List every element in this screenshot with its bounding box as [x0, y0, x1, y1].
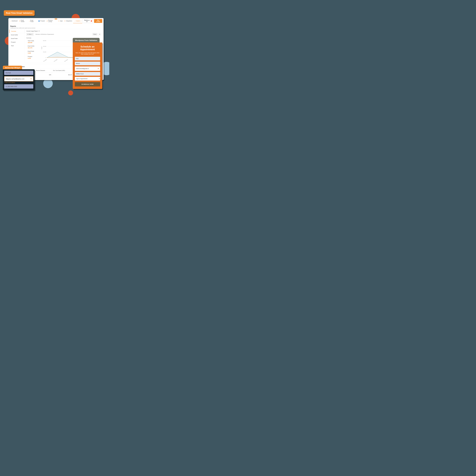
svg-text:40,000: 40,000: [43, 46, 46, 47]
last-name-input[interactable]: [75, 62, 100, 65]
nav-label: Email Finder: [30, 20, 36, 22]
chevron-down-icon: ▾: [32, 34, 33, 35]
nav-label: Dashboard: [12, 20, 17, 22]
wp-heading: Schedule anAppointment: [75, 45, 100, 51]
nav-label: Apps: [60, 20, 63, 22]
phone-input[interactable]: [4, 84, 33, 88]
members-chip[interactable]: Members: All Members (Organization): [34, 33, 55, 35]
svg-text:60,000: 60,000: [43, 40, 46, 41]
nav-prospect[interactable]: 👤Prospect: [37, 20, 46, 22]
metric-value: 101.47K: [28, 47, 41, 49]
svg-text:Jan 2023: Jan 2023: [43, 59, 47, 62]
invalid-x-icon[interactable]: ✕: [30, 78, 32, 80]
js-widget-card: billgates.rachael@yahoo.com✕ Invalid ema…: [3, 69, 35, 90]
dots-icon: ⋮: [74, 20, 75, 22]
user-icon: 👤: [38, 20, 40, 22]
nav-email-verifier[interactable]: ✉Email Verifier: [18, 19, 28, 23]
side-tab-team[interactable]: Team: [9, 44, 25, 48]
metric-value: 3.64K: [28, 52, 41, 54]
nav-label: Prospect: [40, 20, 45, 22]
side-tab-email-verifier[interactable]: Email Verifier: [9, 33, 25, 37]
svg-text:Mar 2023: Mar 2023: [64, 59, 68, 62]
sort-icon: ↑↓: [45, 70, 46, 71]
page-subtitle: Understand how credits were spent across…: [10, 27, 102, 29]
wp-subtext: Here, let visitors know what will happen…: [75, 52, 100, 55]
decorative-circle: [68, 90, 73, 95]
svg-text:0: 0: [46, 57, 46, 58]
wp-email-input[interactable]: nidamohsin8@gmail.co✕: [75, 67, 100, 71]
chart-yaxis-label: Count: [41, 47, 42, 49]
wp-widget-tag: Wordpress Form Validation: [73, 38, 100, 43]
col-bounce-detected[interactable]: Bounce Detected ↑↓: [35, 69, 52, 72]
search-icon: ⌕: [29, 20, 30, 22]
nav-dashboard[interactable]: ⌂Dashboard: [10, 20, 18, 22]
metric-total-credits: Total Credits108.48K: [28, 40, 41, 43]
email-value: billgates.rachael@yahoo.com: [6, 78, 24, 80]
refresh-button[interactable]: ⟳: [98, 33, 101, 36]
nav-label: Analytics: [76, 20, 80, 22]
metric-name: Email Finder: [28, 51, 41, 52]
nav-reverse-lookup[interactable]: ⇄Reverse LookupBeta: [46, 19, 57, 23]
nav-label: Integrations: [66, 20, 72, 22]
nav-label: Reverse Lookup: [48, 20, 56, 22]
name-input[interactable]: [4, 71, 33, 75]
appointment-type-select[interactable]: Type of Appointment: [75, 77, 100, 81]
hero-tag: Real-Time Email Validation: [4, 10, 35, 16]
metric-prospect: Prospect3.37K: [28, 56, 41, 59]
nav-apps[interactable]: <>Apps: [57, 20, 64, 22]
metric-name: Total Credits: [28, 40, 41, 41]
col-cost-saved[interactable]: Est. Cost Saved (USD)↑↓: [52, 69, 73, 72]
swap-icon: ⇄: [47, 20, 48, 22]
review-label: Review us on: [84, 20, 90, 22]
summary-metrics: Total Credits108.48K Email Verifier101.4…: [26, 40, 42, 62]
reset-button[interactable]: Reset: [92, 33, 97, 35]
wp-email-value: nidamohsin8@gmail.co: [76, 68, 89, 69]
panel-title: Overall Usage Report?: [26, 30, 101, 32]
page-title: Reports: [10, 25, 102, 27]
help-icon[interactable]: ?: [38, 30, 40, 32]
svg-text:20,000: 20,000: [43, 51, 46, 52]
refresh-icon: ⟳: [99, 34, 100, 35]
mail-icon: ✉: [19, 20, 20, 22]
top-nav: ⌂Dashboard ✉Email Verifier ⌕Email Finder…: [8, 18, 103, 24]
first-name-input[interactable]: [75, 57, 100, 60]
review-button[interactable]: Review us onG: [83, 19, 93, 23]
buy-credits-button[interactable]: Buy Credits: [94, 19, 102, 23]
beta-badge: Beta: [55, 18, 57, 19]
metric-email-verifier: Email Verifier101.47K: [28, 45, 41, 49]
wp-form-card: Schedule anAppointment Here, let visitor…: [73, 42, 102, 89]
reports-side-tabs: Overview Email Verifier Email Finder Pro…: [9, 29, 25, 64]
panel-title-text: Overall Usage Report: [26, 31, 38, 32]
code-icon: <>: [58, 20, 60, 22]
wp-heading-l1: Schedule an: [81, 45, 94, 48]
sort-icon: ↑↓: [65, 70, 66, 71]
js-widget-tag: Javascript Widget: [3, 66, 22, 70]
side-tab-prospect[interactable]: Prospect: [9, 40, 25, 44]
col-label: Bounce Detected: [36, 70, 45, 71]
cell-cost: $12.20: [52, 72, 73, 77]
metric-value: 108.48K: [28, 42, 41, 43]
nav-email-finder[interactable]: ⌕Email Finder: [28, 19, 37, 23]
reports-header: Reports Understand how credits were spen…: [8, 24, 103, 29]
dashboard-icon: ⌂: [11, 20, 11, 22]
col-label: Est. Cost Saved (USD): [53, 70, 65, 71]
filter-icon: ▾: [27, 34, 28, 35]
metric-name: Prospect: [28, 56, 41, 57]
email-input[interactable]: billgates.rachael@yahoo.com✕: [4, 76, 33, 81]
wp-phone-input[interactable]: [75, 72, 100, 76]
side-tab-email-finder[interactable]: Email Finder: [9, 37, 25, 40]
wp-heading-l2: Appointment: [80, 48, 95, 51]
invalid-x-icon[interactable]: ✕: [98, 68, 99, 70]
schedule-button[interactable]: SCHEDULE NOW: [75, 82, 100, 86]
email-error: Invalid email address: [4, 82, 33, 83]
refresh-icon: ⟳: [64, 20, 65, 22]
metric-value: 3.37K: [28, 58, 41, 59]
decorative-circle: [43, 79, 53, 88]
g2-icon: G: [91, 20, 92, 22]
metric-email-finder: Email Finder3.64K: [28, 51, 41, 54]
nav-analytics[interactable]: ⋮Analytics▾: [73, 20, 82, 22]
nav-integrations[interactable]: ⟳Integrations: [64, 20, 73, 22]
side-tab-overview[interactable]: Overview: [9, 30, 25, 33]
svg-text:Feb 2023: Feb 2023: [53, 59, 58, 62]
filters-button[interactable]: ▾Filters▾: [26, 33, 34, 36]
